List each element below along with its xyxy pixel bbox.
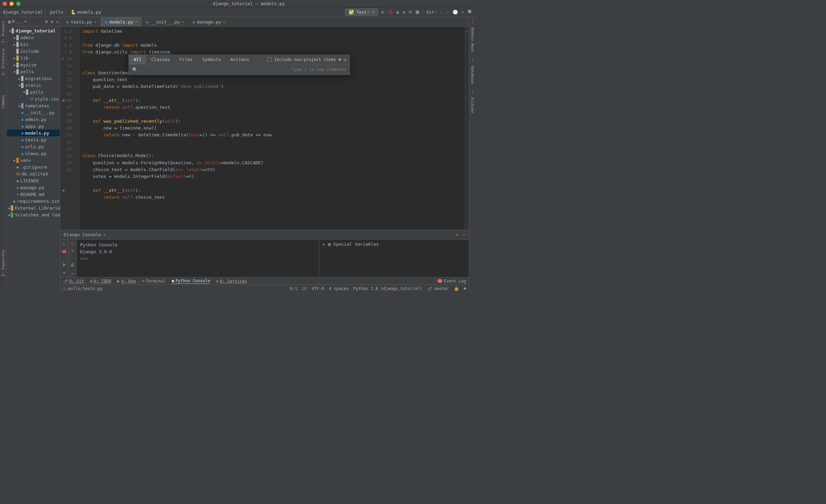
tool-tab-services[interactable]: ◎8: Services bbox=[216, 279, 247, 284]
close-tab-icon[interactable]: × bbox=[223, 20, 226, 24]
search-everywhere-button[interactable]: 🔍 bbox=[468, 10, 473, 15]
run-configuration-selector[interactable]: ✅ Test: bbox=[345, 9, 378, 16]
hector-icon[interactable]: ☻ bbox=[464, 286, 466, 291]
more-icon[interactable]: … bbox=[71, 270, 74, 275]
search-tab-symbols[interactable]: Symbols bbox=[197, 55, 226, 64]
override-gutter-icon[interactable]: ●↑ bbox=[62, 97, 67, 104]
hide-icon[interactable]: — bbox=[463, 232, 465, 237]
tree-caret-icon[interactable] bbox=[13, 56, 16, 61]
stop-icon[interactable] bbox=[62, 250, 66, 253]
project-panel-title[interactable]: P... bbox=[12, 19, 23, 24]
special-variables-label[interactable]: Special Variables bbox=[333, 242, 379, 247]
tool-tab-commit[interactable]: Commit bbox=[0, 93, 6, 110]
profile-button[interactable]: ◔ bbox=[402, 10, 405, 15]
tool-tab-python-console[interactable]: ●Python Console bbox=[172, 278, 210, 284]
tree-item[interactable]: ▉polls bbox=[7, 89, 60, 95]
tree-item[interactable]: ◆manage.py bbox=[7, 184, 60, 191]
git-branch[interactable]: ⎇ master bbox=[427, 286, 449, 291]
tree-item[interactable]: ▾README.md bbox=[7, 191, 60, 198]
search-tab-all[interactable]: All bbox=[129, 55, 146, 64]
tree-item[interactable]: ◆tests.py bbox=[7, 136, 60, 143]
strip-icon[interactable]: ⋮ bbox=[470, 18, 475, 24]
caret-position[interactable]: 6:1 bbox=[290, 286, 297, 291]
tree-caret-icon[interactable] bbox=[18, 76, 21, 81]
caret-right-icon[interactable]: ▸ bbox=[323, 242, 325, 247]
vcs-rollback-button[interactable]: ↶ bbox=[461, 10, 464, 15]
close-tab-icon[interactable]: × bbox=[135, 20, 138, 24]
tree-caret-icon[interactable] bbox=[13, 158, 16, 163]
maximize-window-icon[interactable] bbox=[16, 2, 20, 6]
tree-item[interactable]: ▉lib bbox=[7, 55, 60, 61]
cursor-icon[interactable]: » bbox=[63, 270, 66, 275]
strip-icon[interactable]: ⋮ bbox=[470, 57, 475, 62]
breadcrumb-item[interactable]: polls bbox=[50, 10, 63, 15]
debug-button[interactable]: 🐞 bbox=[388, 10, 393, 15]
tree-item[interactable]: ◆__init__.py bbox=[7, 109, 60, 116]
close-tab-icon[interactable]: × bbox=[94, 20, 96, 24]
tree-caret-icon[interactable] bbox=[18, 103, 21, 108]
tree-item[interactable]: ▪.gitignore bbox=[7, 164, 60, 170]
event-log-button[interactable]: 1 Event Log bbox=[437, 279, 466, 284]
readonly-icon[interactable]: 🔒 bbox=[454, 286, 459, 291]
close-window-icon[interactable] bbox=[3, 2, 7, 6]
tool-tab-favorites[interactable]: 2: Favorites bbox=[0, 247, 6, 278]
tree-caret-icon[interactable] bbox=[22, 90, 26, 95]
tool-window-icon[interactable]: ◫ bbox=[63, 286, 68, 291]
tree-root[interactable]: ▉django_tutorial bbox=[7, 27, 60, 34]
locate-icon[interactable]: ⊕ bbox=[45, 19, 48, 24]
coverage-button[interactable]: ◐ bbox=[397, 10, 399, 15]
rerun-icon[interactable]: ↻ bbox=[63, 242, 66, 247]
editor-tab[interactable]: ◆models.py× bbox=[101, 17, 141, 26]
search-input[interactable] bbox=[140, 67, 292, 72]
console-title[interactable]: Django Console bbox=[64, 232, 101, 237]
console-variables[interactable]: ▸ ▦ Special Variables bbox=[319, 240, 469, 277]
tool-tab-structure[interactable]: 2: Structure bbox=[0, 46, 6, 77]
history-icon[interactable]: ⇩ bbox=[71, 248, 74, 253]
tool-tab-project[interactable]: 1: Project bbox=[0, 18, 6, 45]
indent-info[interactable]: 4 spaces bbox=[329, 286, 349, 291]
tree-item[interactable]: ▉Scratches and Consoles bbox=[7, 211, 60, 218]
project-tree[interactable]: ▉django_tutorial▉admin▉bin▉include▉lib▉m… bbox=[7, 27, 60, 292]
editor-tab[interactable]: ◆manage.py× bbox=[189, 17, 229, 26]
tree-item[interactable]: ▉migrations bbox=[7, 75, 60, 82]
tool-tab-remote-host[interactable]: Remote Host bbox=[470, 26, 475, 55]
close-icon[interactable]: × bbox=[103, 232, 106, 237]
concurrency-button[interactable]: ⟳ bbox=[409, 10, 412, 15]
tree-caret-icon[interactable] bbox=[18, 83, 21, 88]
tool-tab-git[interactable]: ⎇9: Git bbox=[63, 279, 84, 284]
include-checkbox[interactable] bbox=[267, 57, 272, 62]
tree-caret-icon[interactable] bbox=[13, 35, 16, 40]
breadcrumb-item[interactable]: django_tutorial bbox=[3, 10, 43, 15]
tree-item[interactable]: ◆views.py bbox=[7, 150, 60, 157]
filter-icon[interactable]: ▼ bbox=[339, 57, 341, 62]
editor-tab[interactable]: ◆__init__.py× bbox=[142, 17, 188, 26]
tree-item[interactable]: ▉venv bbox=[7, 157, 60, 164]
tool-tab-todo[interactable]: ≣6: TODO bbox=[90, 279, 111, 284]
attach-debugger-icon[interactable]: 🐞 bbox=[71, 242, 75, 245]
tree-item[interactable]: ▉templates bbox=[7, 102, 60, 109]
breadcrumb-item[interactable]: models.py bbox=[77, 10, 101, 15]
tree-item[interactable]: ▉bin bbox=[7, 41, 60, 48]
console-output[interactable]: Python Console Django 3.0.6 >>> bbox=[77, 240, 319, 277]
execute-icon[interactable] bbox=[63, 263, 66, 266]
interpreter-info[interactable]: Python 3.8 (django_tutorial) bbox=[353, 286, 422, 291]
tool-tab-database[interactable]: Database bbox=[470, 64, 475, 86]
tree-item[interactable]: ▪LICENSE bbox=[7, 177, 60, 184]
vcs-update-button[interactable]: ✓ bbox=[441, 10, 443, 15]
vcs-commit-button[interactable]: ✓ bbox=[446, 10, 449, 15]
include-label[interactable]: Include non-project items bbox=[274, 57, 336, 62]
file-encoding[interactable]: UTF-8 bbox=[312, 286, 324, 291]
inspection-ok-icon[interactable]: ✓ bbox=[465, 29, 468, 34]
tree-item[interactable]: ▉polls bbox=[7, 68, 60, 75]
tree-item[interactable]: ▉static bbox=[7, 82, 60, 89]
vcs-history-button[interactable]: 🕘 bbox=[453, 10, 458, 15]
tree-caret-icon[interactable] bbox=[13, 62, 16, 67]
search-tab-actions[interactable]: Actions bbox=[226, 55, 254, 64]
tree-item[interactable]: ⛁db.sqlite3 bbox=[7, 170, 60, 177]
tree-item[interactable]: ▪requirements.txt bbox=[7, 198, 60, 204]
tree-caret-icon[interactable] bbox=[13, 42, 16, 47]
search-tab-files[interactable]: Files bbox=[174, 55, 197, 64]
editor-tab[interactable]: ◆tests.py× bbox=[62, 17, 100, 26]
tree-item[interactable]: ▉admin bbox=[7, 34, 60, 41]
close-tab-icon[interactable]: × bbox=[182, 20, 184, 24]
